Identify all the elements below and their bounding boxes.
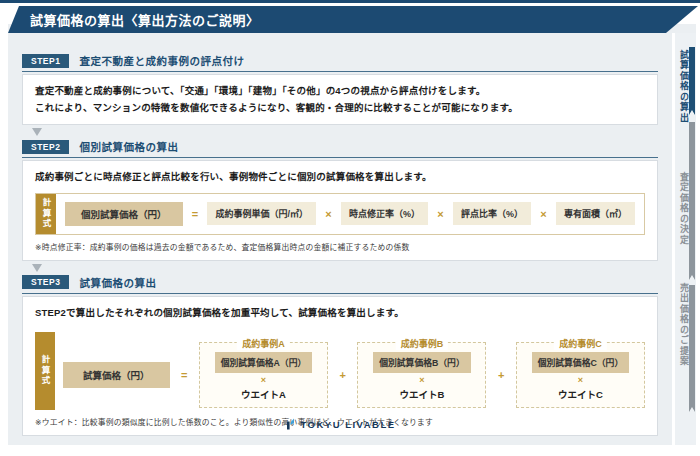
step2-section: STEP2 個別試算価格の算出 成約事例ごとに時点修正と評点比較を行い、事例物件… — [22, 139, 658, 261]
step3-badge: STEP3 — [22, 275, 69, 289]
sidebar-tab-trial-price-ribbon-icon — [689, 47, 695, 115]
step1-header: STEP1 査定不動産と成約事例の評点付け — [22, 53, 658, 72]
step1-body-line2: これにより、マンションの特徴を数値化できるようになり、客観的・合理的に比較するこ… — [35, 100, 645, 117]
sidebar-tab-assessed-price-ribbon-icon — [689, 122, 695, 280]
case-c-weight: ウエイトC — [558, 387, 603, 401]
step1-title: 査定不動産と成約事例の評点付け — [79, 53, 244, 68]
step3-body: STEP2で算出したそれぞれの個別試算価格を加重平均して、試算価格を算出します。 — [35, 305, 645, 322]
step2-footnote: ※時点修正率：成約事例の価格は過去の金額であるため、査定価格算出時点の金額に補正… — [35, 241, 645, 252]
case-b-box: 成約事例B 個別試算価格B（円） × ウエイトB — [357, 342, 486, 409]
sidebar-nav: 試算価格の算出 査定価格の決定 売出価格のご提案 — [672, 33, 696, 445]
page-top-border — [0, 0, 700, 3]
step2-term-area: 専有面積（㎡） — [556, 202, 635, 225]
step3-formula-label-text: 計算式 — [39, 355, 51, 387]
equals-sign: = — [190, 208, 200, 220]
case-a-box: 成約事例A 個別試算価格A（円） × ウエイトA — [199, 342, 328, 409]
multiply-sign: × — [538, 208, 548, 220]
case-b-header: 成約事例B — [396, 337, 449, 350]
plus-sign: + — [496, 369, 506, 381]
step3-title: 試算価格の算出 — [79, 275, 156, 290]
step2-badge: STEP2 — [22, 140, 69, 154]
step2-formula: 計算式 個別試算価格（円） = 成約事例単価（円/㎡） × 時点修正率（%） ×… — [35, 193, 645, 235]
step2-formula-label: 計算式 — [36, 194, 56, 234]
step1-body-line1: 査定不動産と成約事例について、「交通」「環境」「建物」「その他」の4つの視点から… — [35, 83, 645, 100]
step2-result-box: 個別試算価格（円） — [65, 202, 183, 226]
step2-title: 個別試算価格の算出 — [79, 139, 178, 154]
multiply-sign: × — [261, 375, 266, 386]
tokyu-livable-logo-icon — [286, 418, 296, 430]
step3-header: STEP3 試算価格の算出 — [22, 275, 658, 294]
multiply-sign: × — [435, 208, 445, 220]
down-arrow-icon — [32, 128, 42, 136]
step2-body: 成約事例ごとに時点修正と評点比較を行い、事例物件ごとに個別の試算価格を算出します… — [35, 169, 645, 186]
case-b-price: 個別試算価格B（円） — [373, 352, 471, 373]
step3-formula: 計算式 試算価格（円） = 成約事例A 個別試算価格A（円） × ウエイトA +… — [35, 332, 645, 411]
step1-box: 査定不動産と成約事例について、「交通」「環境」「建物」「その他」の4つの視点から… — [22, 74, 658, 125]
step2-formula-label-text: 計算式 — [40, 198, 52, 230]
step3-section: STEP3 試算価格の算出 STEP2で算出したそれぞれの個別試算価格を加重平均… — [22, 275, 658, 436]
step2-term-time-adjustment: 時点修正率（%） — [341, 202, 428, 225]
case-b-weight: ウエイトB — [400, 387, 445, 401]
case-a-price: 個別試算価格A（円） — [215, 352, 313, 373]
step1-badge: STEP1 — [22, 54, 69, 68]
step2-formula-row: 個別試算価格（円） = 成約事例単価（円/㎡） × 時点修正率（%） × 評点比… — [56, 194, 644, 234]
multiply-sign: × — [419, 375, 424, 386]
equals-sign: = — [179, 369, 189, 381]
step3-formula-row: 試算価格（円） = 成約事例A 個別試算価格A（円） × ウエイトA + 成約事… — [55, 332, 645, 411]
step2-header: STEP2 個別試算価格の算出 — [22, 139, 658, 158]
step2-term-score-ratio: 評点比率（%） — [453, 202, 531, 225]
sidebar-tab-listing-price-ribbon-icon — [689, 285, 695, 412]
step2-term-unit-price: 成約事例単価（円/㎡） — [207, 202, 316, 225]
case-a-weight: ウエイトA — [241, 387, 286, 401]
main-content: STEP1 査定不動産と成約事例の評点付け 査定不動産と成約事例について、「交通… — [22, 53, 658, 436]
multiply-sign: × — [323, 208, 333, 220]
case-a-header: 成約事例A — [237, 337, 290, 350]
case-c-header: 成約事例C — [554, 337, 607, 350]
footer: TOKYU LIVABLE — [8, 418, 674, 430]
plus-sign: + — [338, 369, 348, 381]
step3-formula-label: 計算式 — [35, 332, 55, 411]
step2-box: 成約事例ごとに時点修正と評点比較を行い、事例物件ごとに個別の試算価格を算出します… — [22, 160, 658, 261]
case-c-box: 成約事例C 個別試算価格C（円） × ウエイトC — [516, 342, 645, 409]
step1-section: STEP1 査定不動産と成約事例の評点付け 査定不動産と成約事例について、「交通… — [22, 53, 658, 125]
page-title: 試算価格の算出〈算出方法のご説明〉 — [30, 10, 260, 29]
step3-result-box: 試算価格（円） — [63, 362, 170, 388]
case-c-price: 個別試算価格C（円） — [532, 352, 630, 373]
step3-box: STEP2で算出したそれぞれの個別試算価格を加重平均して、試算価格を算出します。… — [22, 296, 658, 436]
page-title-banner: 試算価格の算出〈算出方法のご説明〉 — [8, 6, 698, 33]
tokyu-livable-logo-text: TOKYU LIVABLE — [300, 419, 395, 430]
down-arrow-icon — [32, 264, 42, 272]
multiply-sign: × — [578, 375, 583, 386]
